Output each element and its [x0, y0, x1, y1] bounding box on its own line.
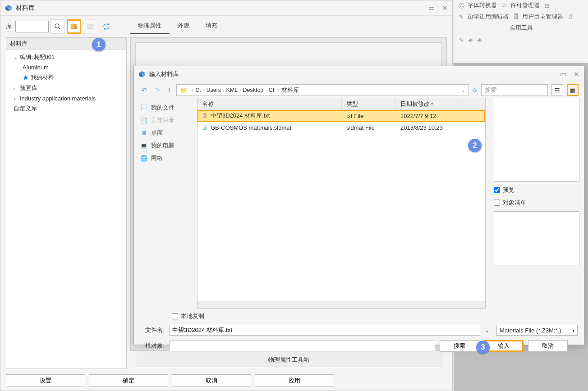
main-bottom-buttons: 设置 确定 取消 应用: [0, 371, 452, 391]
tree-item-preset-lib[interactable]: ›预置库: [6, 83, 126, 94]
dialog-nav-row: ↶ ↷ ↑ 📁 « C:› Users› KML› Desktop› CF› 材…: [134, 82, 584, 98]
library-tree: ⌄编辑:装配001 Aluminum 我的材料 ›预置库 ›Industry a…: [6, 50, 126, 116]
user-dir-tool[interactable]: 🗄用户目录管理器: [513, 13, 563, 21]
crumb-kml[interactable]: KML: [226, 87, 238, 93]
breadcrumb-dropdown-icon[interactable]: ⌄: [461, 88, 465, 93]
tree-item-my-material[interactable]: 我的材料: [6, 72, 126, 83]
svg-marker-5: [23, 75, 28, 80]
dialog-refresh-icon[interactable]: ⟳: [473, 87, 478, 94]
nav-up-icon[interactable]: ↑: [165, 85, 173, 95]
svg-line-4: [59, 27, 60, 29]
tree-panel-header: 材料库: [6, 38, 126, 50]
dialog-feedback-icon[interactable]: ▭: [560, 70, 566, 78]
crumb-cf[interactable]: CF: [269, 87, 276, 93]
col-header-name[interactable]: 名称: [198, 98, 342, 109]
tree-item-custom-lib[interactable]: 自定义库: [6, 103, 126, 114]
dialog-search-input[interactable]: 搜索: [481, 84, 548, 96]
txt-file-icon: 🗎: [202, 112, 208, 119]
tab-physical[interactable]: 物理属性: [130, 18, 170, 34]
close-main-icon[interactable]: ✕: [442, 4, 448, 12]
tab-fill[interactable]: 填充: [198, 18, 225, 34]
view-list-button[interactable]: ☰: [551, 84, 563, 96]
svg-point-3: [55, 24, 59, 28]
font-converter-tool[interactable]: Ⓐ字体转换器: [459, 2, 497, 9]
license-manager-tool[interactable]: 🗂许可管理器: [501, 2, 540, 9]
misc-tool-2[interactable]: 🖨: [568, 14, 575, 21]
settings-button[interactable]: 设置: [6, 374, 85, 387]
root-label: 根对象:: [140, 342, 165, 350]
col-header-type[interactable]: 类型: [342, 98, 396, 109]
dialog-titlebar: 输入材料库 ▭ ✕: [134, 66, 584, 82]
nav-back-icon[interactable]: ↶: [139, 85, 149, 95]
places-panel: 📄我的文件 📑工作目录 🖥桌面 💻我的电脑 🌐网络: [134, 98, 197, 309]
place-network[interactable]: 🌐网络: [136, 152, 195, 164]
col-header-date[interactable]: 日期被修改 ▼: [396, 98, 459, 109]
dialog-title: 输入材料库: [149, 70, 555, 78]
diamond-icon-2[interactable]: ◈: [477, 36, 482, 43]
side-group-label: 实用工具: [454, 23, 588, 34]
place-myfiles[interactable]: 📄我的文件: [136, 101, 195, 114]
filename-dropdown-icon[interactable]: ⌄: [485, 327, 490, 334]
crumb-desktop[interactable]: Desktop: [243, 87, 263, 93]
export-library-button[interactable]: [83, 19, 97, 34]
lib-input[interactable]: [15, 21, 49, 32]
filetype-combo[interactable]: Materials File (*.Z3M;*.)▾: [496, 325, 578, 336]
objlist-checkbox[interactable]: 对象清单: [494, 199, 579, 207]
cancel-main-button[interactable]: 取消: [172, 374, 251, 387]
edge-editor-tool[interactable]: ✎边学边用编辑器: [459, 13, 509, 21]
local-copy-checkbox[interactable]: 本地复制: [172, 312, 578, 320]
crumb-users[interactable]: Users: [206, 87, 221, 93]
dialog-app-icon: [138, 71, 146, 78]
sldmat-file-icon: 🗎: [202, 124, 208, 131]
ok-button[interactable]: 确定: [89, 374, 168, 387]
tab-appearance[interactable]: 外观: [170, 18, 198, 34]
crumb-matlib[interactable]: 材料库: [281, 86, 299, 94]
feedback-icon[interactable]: ▭: [428, 4, 435, 12]
tree-item-industry[interactable]: ›Industry application materials: [6, 94, 126, 103]
side-icon-row: ✎ ◈ ◈: [454, 34, 588, 46]
file-list: 名称 类型 日期被修改 ▼ 🗎中望3D2024 材料库.txt txt File…: [197, 98, 486, 309]
filename-label: 文件名:: [140, 326, 165, 334]
tree-item-edit-assembly[interactable]: ⌄编辑:装配001: [6, 52, 126, 63]
file-row-selected[interactable]: 🗎中望3D2024 材料库.txt txt File 2022/7/7 9:12: [198, 110, 485, 122]
refresh-button[interactable]: [99, 19, 114, 34]
root-input[interactable]: [169, 341, 435, 351]
preview-pane: 预览 对象清单: [489, 98, 584, 309]
star-icon: [23, 74, 29, 81]
diamond-icon-1[interactable]: ◈: [468, 36, 473, 43]
place-computer[interactable]: 💻我的电脑: [136, 139, 195, 152]
crumb-c[interactable]: C:: [196, 87, 202, 93]
misc-tool-1[interactable]: ⚖: [544, 2, 551, 9]
library-tree-panel: 材料库 ⌄编辑:装配001 Aluminum 我的材料 ›预置库 ›Indust…: [6, 37, 127, 369]
callout-3: 3: [476, 341, 490, 354]
view-thumb-button[interactable]: ▦: [567, 84, 579, 96]
apply-button[interactable]: 应用: [255, 374, 334, 387]
app-cube-icon: [5, 5, 12, 12]
preview-box: [494, 98, 579, 182]
main-titlebar: 材料库 ▭ ✕: [0, 0, 452, 16]
preview-checkbox[interactable]: 预览: [494, 186, 579, 194]
search-button[interactable]: [51, 19, 65, 34]
dialog-cancel-button[interactable]: 取消: [528, 340, 568, 352]
import-library-button[interactable]: [67, 19, 81, 34]
main-toolbar: 库 物理属性 外观 填充: [0, 16, 452, 37]
file-list-header: 名称 类型 日期被修改 ▼: [198, 98, 485, 110]
wand-icon[interactable]: ✎: [459, 36, 464, 43]
callout-1: 1: [92, 38, 106, 51]
dialog-footer: 本地复制 文件名: ⌄ Materials File (*.Z3M;*.)▾ 根…: [134, 309, 584, 355]
file-list-scrollbar[interactable]: [198, 301, 485, 308]
dialog-open-button[interactable]: 输入: [484, 340, 524, 352]
dialog-close-icon[interactable]: ✕: [574, 70, 579, 78]
callout-2: 2: [468, 139, 482, 152]
dialog-search-button[interactable]: 搜索: [440, 340, 479, 352]
place-desktop[interactable]: 🖥桌面: [136, 127, 195, 139]
breadcrumb-bar[interactable]: 📁 « C:› Users› KML› Desktop› CF› 材料库 ⌄: [176, 84, 469, 96]
file-row[interactable]: 🗎GB-COSMOS materials.sldmat sldmat File …: [198, 122, 485, 133]
filename-input[interactable]: [169, 325, 480, 336]
main-window-title: 材料库: [16, 4, 423, 12]
tree-item-aluminum[interactable]: Aluminum: [6, 63, 126, 72]
open-file-dialog: 输入材料库 ▭ ✕ ↶ ↷ ↑ 📁 « C:› Users› KML› Desk…: [133, 66, 584, 345]
nav-forward-icon[interactable]: ↷: [152, 85, 162, 95]
place-workdir[interactable]: 📑工作目录: [136, 114, 195, 127]
side-tools-panel: Ⓐ字体转换器 🗂许可管理器 ⚖ ✎边学边用编辑器 🗄用户目录管理器 🖨 实用工具…: [454, 0, 588, 63]
